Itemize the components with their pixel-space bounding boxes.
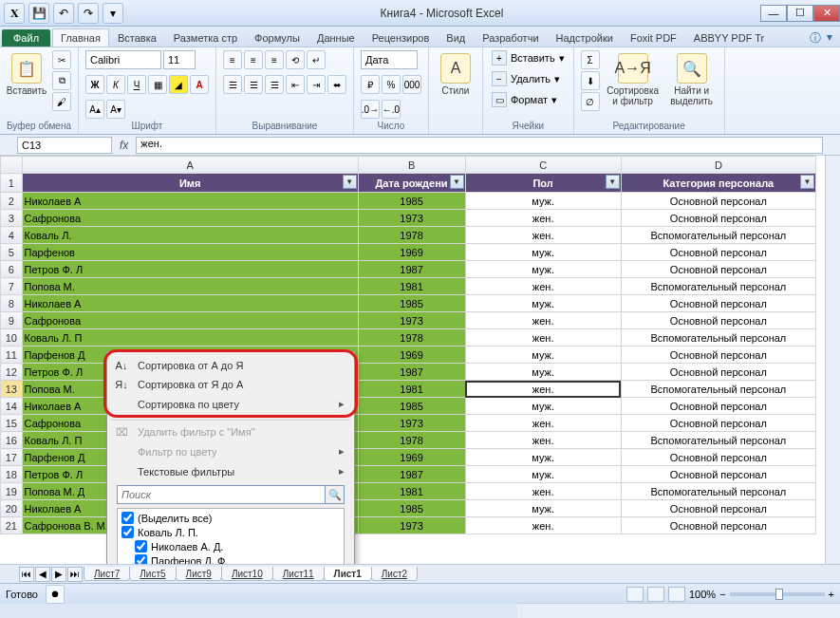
find-select-button[interactable]: 🔍 Найти и выделить — [665, 49, 719, 106]
number-format-combo[interactable] — [361, 50, 418, 69]
filter-checklist[interactable]: (Выделить все) Коваль Л. П. Николаев А. … — [117, 508, 345, 564]
macro-record-icon[interactable]: ⏺ — [46, 585, 65, 604]
page-break-view-button[interactable] — [668, 587, 685, 602]
cell-gender[interactable]: муж. — [465, 244, 621, 261]
row-header-9[interactable]: 9 — [1, 312, 23, 329]
sheet-tab[interactable]: Лист7 — [84, 567, 130, 581]
font-size-combo[interactable] — [163, 50, 196, 69]
cell-year[interactable]: 1985 — [358, 295, 465, 312]
cell-category[interactable]: Основной персонал — [621, 517, 815, 534]
increase-decimal-button[interactable]: .0→ — [361, 100, 380, 119]
select-all-corner[interactable] — [1, 157, 23, 174]
cell-category[interactable]: Основной персонал — [621, 466, 815, 483]
zoom-out-button[interactable]: − — [719, 589, 725, 600]
tab-Рецензиров[interactable]: Рецензиров — [364, 28, 439, 47]
fx-icon[interactable]: fx — [120, 139, 128, 152]
row-header-5[interactable]: 5 — [1, 244, 23, 261]
col-header-D[interactable]: D — [621, 157, 815, 174]
cell-gender[interactable]: жен. — [465, 415, 621, 432]
sort-descending-item[interactable]: Я↓ Сортировка от Я до А — [107, 375, 354, 394]
qat-more-icon[interactable]: ▾ — [103, 3, 123, 24]
cell-category[interactable]: Основной персонал — [621, 449, 815, 466]
vertical-scrollbar[interactable] — [825, 156, 840, 564]
align-left-button[interactable]: ☰ — [223, 75, 242, 94]
row-header-4[interactable]: 4 — [1, 227, 23, 244]
tab-Разработчи[interactable]: Разработчи — [474, 28, 547, 47]
sheet-nav-last[interactable]: ⏭ — [67, 567, 83, 582]
increase-font-button[interactable]: A▴ — [85, 100, 104, 119]
row-header-10[interactable]: 10 — [1, 329, 23, 346]
cell-name[interactable]: Попова М. — [22, 278, 358, 295]
close-button[interactable]: ✕ — [813, 5, 840, 22]
sort-filter-button[interactable]: A→Я Сортировка и фильтр — [605, 49, 662, 106]
sheet-tab[interactable]: Лист11 — [272, 567, 325, 581]
row-header-12[interactable]: 12 — [1, 364, 23, 381]
cell-category[interactable]: Основной персонал — [621, 210, 815, 227]
cell-gender[interactable]: жен. — [465, 227, 621, 244]
cell-category[interactable]: Основной персонал — [621, 295, 815, 312]
filter-value-checkbox[interactable]: Николаев А. Д. — [120, 539, 342, 553]
cell-year[interactable]: 1969 — [358, 244, 465, 261]
increase-indent-button[interactable]: ⇥ — [307, 75, 326, 94]
cell-gender[interactable]: муж. — [465, 466, 621, 483]
cell-year[interactable]: 1973 — [358, 415, 465, 432]
sheet-tab-active[interactable]: Лист1 — [324, 567, 372, 581]
cell-category[interactable]: Основной персонал — [621, 398, 815, 415]
align-middle-button[interactable]: ≡ — [244, 50, 263, 69]
cell-year[interactable]: 1978 — [358, 227, 465, 244]
currency-button[interactable]: ₽ — [361, 75, 380, 94]
cell-category[interactable]: Вспомогательный персонал — [621, 381, 815, 398]
sheet-tab[interactable]: Лист2 — [371, 567, 418, 581]
tab-Разметка стр[interactable]: Разметка стр — [165, 28, 246, 47]
delete-cells-button[interactable]: −Удалить▾ — [489, 70, 563, 87]
text-filters-item[interactable]: Текстовые фильтры ▸ — [107, 461, 354, 481]
row-header-13[interactable]: 13 — [1, 381, 23, 398]
cell-name[interactable]: Сафронова — [22, 210, 358, 227]
decrease-font-button[interactable]: A▾ — [106, 100, 125, 119]
orientation-button[interactable]: ⟲ — [286, 50, 305, 69]
normal-view-button[interactable] — [626, 587, 644, 602]
row-header-15[interactable]: 15 — [1, 415, 23, 432]
cell-gender[interactable]: жен. — [465, 381, 621, 398]
cell-gender[interactable]: жен. — [465, 278, 621, 295]
name-box[interactable]: C13 — [17, 137, 112, 154]
filter-button-gender[interactable]: ▼ — [606, 175, 620, 189]
cell-name[interactable]: Коваль Л. П — [22, 329, 358, 346]
cell-name[interactable]: Петров Ф. Л — [22, 261, 358, 278]
cell-year[interactable]: 1981 — [358, 278, 465, 295]
align-bottom-button[interactable]: ≡ — [265, 50, 284, 69]
cell-category[interactable]: Вспомогательный персонал — [621, 227, 815, 244]
zoom-in-button[interactable]: + — [829, 589, 834, 600]
search-icon[interactable]: 🔍 — [326, 485, 345, 504]
cell-gender[interactable]: муж. — [465, 449, 621, 466]
filter-button-dob[interactable]: ▼ — [450, 175, 464, 189]
fill-button[interactable]: ⬇ — [581, 71, 600, 90]
cell-category[interactable]: Основной персонал — [621, 312, 815, 329]
format-cells-button[interactable]: ▭Формат▾ — [489, 91, 560, 108]
fill-color-button[interactable]: ◢ — [169, 75, 188, 94]
cell-category[interactable]: Вспомогательный персонал — [621, 483, 815, 500]
sort-by-color-item[interactable]: Сортировка по цвету ▸ — [107, 394, 354, 414]
redo-icon[interactable]: ↷ — [78, 3, 99, 24]
italic-button[interactable]: К — [106, 75, 125, 94]
page-layout-view-button[interactable] — [647, 587, 664, 602]
horizontal-scrollbar[interactable] — [517, 603, 840, 618]
tab-Foxit PDF[interactable]: Foxit PDF — [622, 28, 685, 47]
cell-gender[interactable]: муж. — [465, 261, 621, 278]
col-header-A[interactable]: A — [22, 157, 358, 174]
zoom-slider[interactable] — [730, 592, 825, 596]
cell-year[interactable]: 1969 — [358, 346, 465, 364]
row-header-6[interactable]: 6 — [1, 261, 23, 278]
save-icon[interactable]: 💾 — [28, 3, 49, 24]
cell-category[interactable]: Вспомогательный персонал — [621, 432, 815, 449]
row-header-8[interactable]: 8 — [1, 295, 23, 312]
col-header-B[interactable]: B — [358, 157, 465, 174]
sheet-nav-next[interactable]: ▶ — [51, 567, 66, 582]
select-all-checkbox[interactable]: (Выделить все) — [120, 511, 342, 525]
table-header-dob[interactable]: Дата рождени▼ — [358, 174, 465, 193]
sheet-tab[interactable]: Лист10 — [221, 567, 273, 581]
cell-year[interactable]: 1985 — [358, 193, 465, 210]
tab-ABBYY PDF Tr[interactable]: ABBYY PDF Tr — [685, 28, 773, 47]
undo-icon[interactable]: ↶ — [53, 3, 74, 24]
col-header-C[interactable]: C — [465, 157, 621, 174]
